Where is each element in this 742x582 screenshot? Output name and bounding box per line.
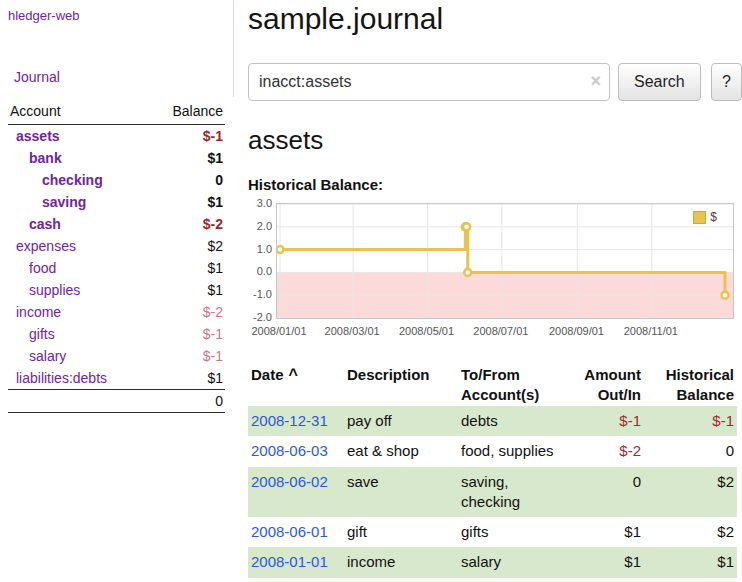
sort-asc-icon: ^	[289, 366, 298, 383]
accounts-total-row: 0	[8, 390, 225, 413]
transaction-amount: $-2	[562, 436, 644, 466]
account-link[interactable]: assets	[10, 128, 60, 144]
y-tick-label: 0.0	[248, 265, 272, 277]
account-row: gifts$-1	[8, 323, 225, 345]
account-link[interactable]: bank	[10, 150, 62, 166]
account-balance: $-2	[149, 301, 225, 323]
transaction-date-link[interactable]: 2008-06-03	[251, 442, 328, 459]
register-heading: assets	[248, 125, 742, 156]
transaction-accounts: food, supplies	[458, 436, 562, 466]
transaction-amount: $1	[562, 517, 644, 547]
y-tick-label: -1.0	[248, 288, 272, 300]
account-link[interactable]: cash	[10, 216, 61, 232]
transaction-balance: $-1	[644, 406, 737, 436]
register-row: 2008-01-01incomesalary$1$1	[248, 547, 737, 577]
transaction-description: eat & shop	[344, 436, 458, 466]
accounts-header-balance: Balance	[149, 99, 225, 125]
transaction-amount: $1	[562, 547, 644, 577]
col-description-header: Description	[344, 363, 458, 406]
col-date-label: Date	[251, 366, 284, 383]
transaction-accounts: saving, checking	[458, 467, 562, 518]
transaction-description: save	[344, 467, 458, 518]
account-link[interactable]: checking	[10, 172, 103, 188]
register-table: Date^ Description To/From Account(s) Amo…	[248, 363, 737, 578]
account-balance: 0	[149, 169, 225, 191]
account-link[interactable]: salary	[10, 348, 66, 364]
transaction-date-link[interactable]: 2008-06-02	[251, 473, 328, 490]
account-row: liabilities:debts$1	[8, 367, 225, 390]
account-balance: $-1	[149, 323, 225, 345]
account-row: bank$1	[8, 147, 225, 169]
main-content: sample.journal × Search ? assets Histori…	[233, 0, 742, 578]
accounts-header-account: Account	[8, 99, 149, 125]
journal-link[interactable]: Journal	[14, 69, 233, 85]
transaction-date-link[interactable]: 2008-06-01	[251, 523, 328, 540]
x-tick-label: 2008/07/01	[470, 325, 532, 337]
account-link[interactable]: expenses	[10, 238, 76, 254]
transaction-balance: $2	[644, 467, 737, 518]
search-button[interactable]: Search	[618, 63, 701, 101]
transaction-accounts: salary	[458, 547, 562, 577]
account-balance: $1	[149, 147, 225, 169]
accounts-total-value: 0	[149, 390, 225, 413]
x-tick-label: 2008/11/01	[620, 325, 682, 337]
account-row: expenses$2	[8, 235, 225, 257]
x-tick-label: 2008/03/01	[321, 325, 383, 337]
account-link[interactable]: gifts	[10, 326, 55, 342]
account-row: food$1	[8, 257, 225, 279]
x-tick-label: 2008/01/01	[248, 325, 310, 337]
x-tick-label: 2008/05/01	[396, 325, 458, 337]
col-balance-header: Historical Balance	[644, 363, 737, 406]
account-link[interactable]: supplies	[10, 282, 80, 298]
account-balance: $-2	[149, 213, 225, 235]
account-link[interactable]: food	[10, 260, 56, 276]
transaction-date-link[interactable]: 2008-01-01	[251, 553, 328, 570]
account-row: salary$-1	[8, 345, 225, 367]
accounts-total-spacer	[8, 390, 149, 413]
y-tick-label: 1.0	[248, 243, 272, 255]
account-balance: $-1	[149, 125, 225, 148]
balance-chart: $ 3.02.01.00.0-1.0-2.02008/01/012008/03/…	[248, 201, 737, 341]
transaction-description: pay off	[344, 406, 458, 436]
transaction-amount: 0	[562, 467, 644, 518]
account-balance: $1	[149, 279, 225, 301]
search-form: × Search ?	[248, 63, 742, 101]
col-amount-header: Amount Out/In	[562, 363, 644, 406]
account-balance: $1	[149, 367, 225, 390]
legend-swatch-icon	[693, 211, 706, 224]
transaction-balance: $2	[644, 517, 737, 547]
chart-plot-area: $	[276, 203, 734, 319]
sidebar: hledger-web Journal Account Balance asse…	[0, 0, 233, 413]
account-row: assets$-1	[8, 125, 225, 148]
app-title-link[interactable]: hledger-web	[8, 8, 233, 23]
transaction-balance: 0	[644, 436, 737, 466]
account-link[interactable]: saving	[10, 194, 86, 210]
y-tick-label: -2.0	[248, 311, 272, 323]
chart-svg	[277, 204, 733, 318]
help-button[interactable]: ?	[711, 63, 742, 101]
search-input[interactable]	[248, 63, 610, 101]
chart-label: Historical Balance:	[248, 176, 742, 193]
transaction-date-link[interactable]: 2008-12-31	[251, 412, 328, 429]
x-tick-label: 2008/09/01	[545, 325, 607, 337]
account-link[interactable]: liabilities:debts	[10, 370, 107, 386]
accounts-header-row: Account Balance	[8, 99, 225, 125]
accounts-table: Account Balance assets$-1bank$1checking0…	[8, 99, 225, 413]
transaction-description: income	[344, 547, 458, 577]
register-row: 2008-06-03eat & shopfood, supplies$-20	[248, 436, 737, 466]
legend-label: $	[710, 210, 717, 224]
account-link[interactable]: income	[10, 304, 61, 320]
y-tick-label: 2.0	[248, 220, 272, 232]
register-row: 2008-12-31pay offdebts$-1$-1	[248, 406, 737, 436]
account-row: income$-2	[8, 301, 225, 323]
transaction-balance: $1	[644, 547, 737, 577]
page-title: sample.journal	[248, 2, 742, 36]
transaction-accounts: debts	[458, 406, 562, 436]
clear-search-icon[interactable]: ×	[590, 71, 601, 91]
register-header-row: Date^ Description To/From Account(s) Amo…	[248, 363, 737, 406]
transaction-accounts: gifts	[458, 517, 562, 547]
chart-legend: $	[691, 209, 719, 225]
y-tick-label: 3.0	[248, 197, 272, 209]
col-date-header[interactable]: Date^	[248, 363, 344, 406]
account-balance: $2	[149, 235, 225, 257]
